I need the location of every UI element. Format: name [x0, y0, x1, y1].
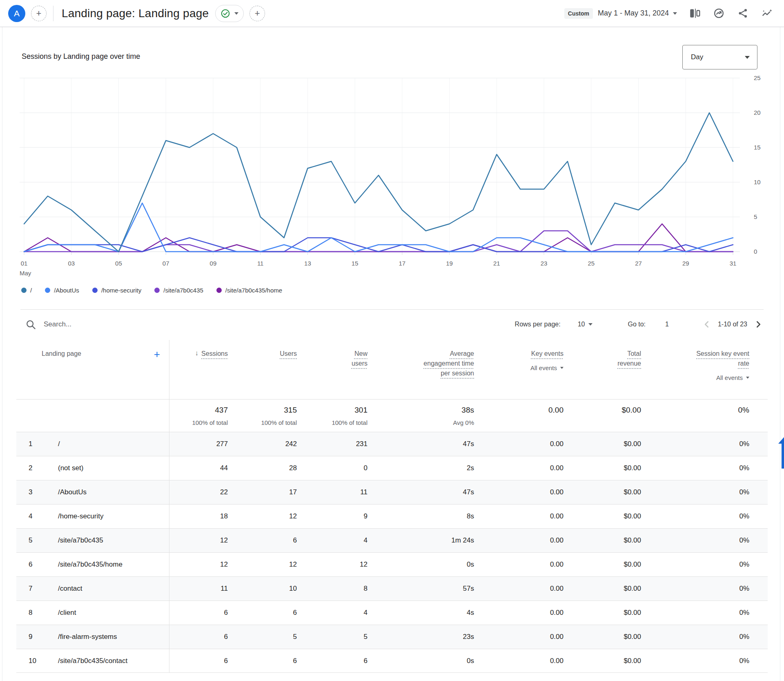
- totals-session-key-event-rate: 0%: [641, 400, 749, 432]
- row-users: 6: [228, 601, 297, 625]
- key-events-filter-dropdown[interactable]: All events: [530, 364, 564, 371]
- row-new-users: 5: [297, 625, 368, 649]
- row-number: 8: [16, 601, 42, 625]
- table-row[interactable]: 9/fire-alarm-systems65523s0.00$0.000%: [16, 625, 768, 649]
- legend-dot: [154, 288, 160, 293]
- row-avg-engagement-time: 57s: [368, 577, 474, 601]
- row-new-users: 12: [297, 553, 368, 576]
- sparkline-insights-icon[interactable]: [762, 8, 773, 19]
- table-row[interactable]: 2(not set)442802s0.00$0.000%: [16, 456, 768, 480]
- goto-page-value[interactable]: 1: [665, 321, 669, 328]
- x-axis-tick: 13: [304, 260, 311, 267]
- table-row[interactable]: 4/home-security181298s0.00$0.000%: [16, 504, 768, 528]
- date-range[interactable]: May 1 - May 31, 2024: [598, 9, 669, 18]
- column-label: Total revenue: [615, 349, 641, 368]
- column-header-landing-page[interactable]: Landing page +: [42, 340, 169, 399]
- search-icon: [25, 319, 36, 330]
- column-label: Users: [280, 349, 297, 359]
- row-avg-engagement-time: 0s: [368, 553, 474, 576]
- y-axis-tick: 20: [754, 109, 761, 116]
- table-row[interactable]: 7/contact1110857s0.00$0.000%: [16, 576, 768, 601]
- filter-value: All events: [716, 374, 743, 381]
- page-title: Landing page: Landing page: [62, 7, 209, 20]
- insights-icon[interactable]: [713, 8, 724, 19]
- row-users: 12: [228, 505, 297, 528]
- column-label: Average engagement time per session: [419, 349, 474, 378]
- column-header-users[interactable]: Users: [228, 340, 297, 399]
- y-axis-tick: 25: [754, 74, 761, 81]
- column-label: Session key event rate: [688, 349, 749, 368]
- column-header-avg-engagement[interactable]: Average engagement time per session: [368, 340, 474, 399]
- column-label: Landing page: [42, 349, 81, 359]
- next-page-icon[interactable]: [753, 319, 764, 330]
- row-avg-engagement-time: 2s: [368, 456, 474, 480]
- totals-key-events: 0.00: [474, 400, 564, 432]
- totals-row: 437 100% of total 315 100% of total 301 …: [16, 399, 768, 432]
- x-axis-tick: 03: [68, 260, 75, 267]
- row-landing-page: /: [42, 432, 169, 456]
- total-value: $0.00: [621, 406, 641, 415]
- search-input[interactable]: [44, 320, 215, 328]
- x-axis-month-label: May: [20, 270, 31, 277]
- chart-legend: //AboutUs/home-security/site/a7b0c435/si…: [21, 287, 282, 294]
- rows-per-page-select[interactable]: 10: [578, 321, 593, 328]
- totals-users: 315 100% of total: [228, 400, 297, 432]
- table-row[interactable]: 8/client6644s0.00$0.000%: [16, 601, 768, 625]
- legend-dot: [21, 288, 27, 293]
- column-header-session-key-event-rate[interactable]: Session key event rate All events: [641, 340, 749, 399]
- chevron-down-icon: [560, 367, 564, 369]
- add-comparison-button[interactable]: +: [31, 6, 47, 21]
- legend-label: /AboutUs: [54, 287, 79, 294]
- row-avg-engagement-time: 0s: [368, 649, 474, 672]
- row-users: 5: [228, 625, 297, 649]
- avatar[interactable]: A: [8, 5, 25, 22]
- row-sessions: 6: [169, 625, 228, 649]
- table-row[interactable]: 6/site/a7b0c435/home1212120s0.00$0.000%: [16, 552, 768, 576]
- row-avg-engagement-time: 47s: [368, 432, 474, 456]
- rows-per-page-value: 10: [578, 321, 585, 328]
- compare-panel-icon[interactable]: [689, 8, 700, 19]
- row-number: 10: [16, 649, 42, 672]
- chevron-down-icon: [745, 56, 750, 59]
- legend-label: /site/a7b0c435: [163, 287, 203, 294]
- share-icon[interactable]: [737, 8, 748, 19]
- add-dimension-icon[interactable]: +: [154, 349, 160, 359]
- report-status-dropdown[interactable]: [215, 5, 244, 22]
- table-row[interactable]: 1/27724223147s0.00$0.000%: [16, 432, 768, 456]
- column-header-sessions[interactable]: ↓ Sessions: [169, 340, 228, 399]
- column-header-key-events[interactable]: Key events All events: [474, 340, 564, 399]
- table-row[interactable]: 5/site/a7b0c43512641m 24s0.00$0.000%: [16, 528, 768, 552]
- chevron-down-icon: [588, 323, 592, 326]
- row-avg-engagement-time: 1m 24s: [368, 529, 474, 552]
- row-users: 28: [228, 456, 297, 480]
- table-row[interactable]: 10/site/a7b0c435/contact6660s0.00$0.000%: [16, 649, 768, 673]
- row-landing-page: (not set): [42, 456, 169, 480]
- legend-dot: [45, 288, 50, 293]
- x-axis-tick: 29: [682, 260, 689, 267]
- column-label: New users: [346, 349, 368, 368]
- row-key-events: 0.00: [474, 480, 564, 504]
- x-axis-tick: 05: [115, 260, 122, 267]
- add-report-tab-button[interactable]: +: [249, 6, 265, 21]
- x-axis-tick: 07: [163, 260, 169, 267]
- table-row[interactable]: 3/AboutUs22171147s0.00$0.000%: [16, 480, 768, 504]
- date-range-caret-icon[interactable]: [673, 12, 677, 15]
- x-axis-tick: 19: [446, 260, 453, 267]
- row-key-events: 0.00: [474, 649, 564, 672]
- row-sessions: 277: [169, 432, 228, 456]
- toolbar-icons: [689, 8, 773, 19]
- column-header-new-users[interactable]: New users: [297, 340, 368, 399]
- previous-page-icon[interactable]: [702, 319, 712, 330]
- total-value: 437: [215, 406, 228, 415]
- row-total-revenue: $0.00: [564, 577, 641, 601]
- goto-label: Go to:: [628, 321, 646, 328]
- row-key-events: 0.00: [474, 577, 564, 601]
- x-axis-tick: 25: [588, 260, 595, 267]
- total-value: 301: [354, 406, 368, 415]
- filter-value: All events: [530, 364, 557, 371]
- legend-dot: [216, 288, 222, 293]
- row-users: 12: [228, 553, 297, 576]
- session-rate-filter-dropdown[interactable]: All events: [716, 374, 749, 381]
- column-header-total-revenue[interactable]: Total revenue: [564, 340, 641, 399]
- right-edge-scroll-tab[interactable]: [778, 437, 784, 476]
